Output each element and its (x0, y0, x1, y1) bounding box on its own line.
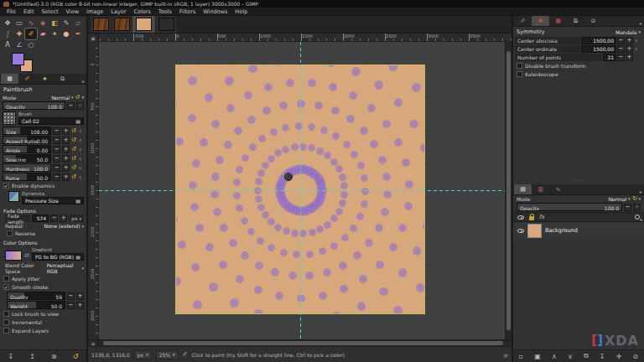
move-tool-icon[interactable]: ✥ (2, 18, 13, 28)
points-increment-button[interactable]: + (626, 54, 633, 61)
rectangle-select-tool-icon[interactable]: ▭ (13, 18, 25, 28)
status-menu-icon[interactable]: ▣ (503, 352, 508, 358)
increment-button[interactable]: + (62, 173, 70, 181)
layer-opacity-slider[interactable]: Opacity 100,0 (517, 203, 622, 211)
dock-resize-handle[interactable]: ··· (513, 178, 644, 184)
layer-list-item[interactable]: Background (513, 222, 644, 239)
chain-link-icon[interactable]: ∞ (634, 38, 640, 44)
brush-thumbnail[interactable] (3, 111, 16, 125)
increment-button[interactable]: + (62, 155, 70, 163)
edit-gradient-icon[interactable]: ▤ (75, 254, 80, 260)
checkbox-icon[interactable] (7, 230, 13, 236)
enable-dynamics-checkbox-row[interactable]: Enable dynamics (0, 182, 86, 189)
lower-layer-button[interactable]: ∨ (568, 353, 573, 360)
dock-tab-menu-icon[interactable]: ◂ (637, 189, 643, 194)
center-ordinate-value[interactable]: 1500,00 (581, 45, 616, 53)
chevron-down-icon[interactable]: ▾ (638, 29, 641, 34)
layer-opacity-increment-button[interactable]: + (633, 204, 641, 211)
center-abscissa-value[interactable]: 1500,00 (581, 37, 616, 44)
slider[interactable]: Aspect Ratio0,00 (3, 136, 51, 144)
checkbox-icon[interactable] (3, 311, 9, 317)
quality-increment-button[interactable]: + (76, 292, 84, 300)
checkbox-icon[interactable] (3, 276, 9, 282)
menu-windows[interactable]: Windows (203, 8, 227, 15)
fade-unit-select[interactable]: px▾ (69, 215, 84, 222)
ordinate-decrement-button[interactable]: − (617, 45, 625, 53)
menu-help[interactable]: Help (235, 8, 247, 15)
merge-down-button[interactable]: ↧ (600, 353, 605, 360)
chevron-down-icon[interactable]: ▾ (81, 95, 84, 100)
duplicate-layer-button[interactable]: ⧉ (584, 352, 589, 360)
pencil-tool-icon[interactable]: ✎ (60, 18, 72, 28)
perspective-tool-icon[interactable]: ▱ (72, 18, 84, 28)
chevron-down-icon[interactable]: ▾ (71, 95, 74, 100)
repeat-select[interactable]: None (extend) (44, 223, 80, 229)
decrement-button[interactable]: − (53, 146, 60, 153)
tab-images[interactable]: ⧉ (567, 16, 584, 26)
chevron-down-icon[interactable]: ▾ (638, 196, 641, 201)
weight-increment-button[interactable]: + (76, 302, 84, 309)
reset-icon[interactable]: ↺ (71, 155, 76, 162)
paintbrush-tool-icon[interactable]: ✐ (25, 28, 37, 39)
slider[interactable]: Hardness100,0 (3, 163, 51, 172)
slider[interactable]: Spacing50,0 (3, 154, 51, 163)
number-of-points-value[interactable]: 31 (603, 54, 616, 61)
abscissa-increment-button[interactable]: + (626, 37, 633, 44)
raise-layer-button[interactable]: ∧ (552, 353, 557, 360)
apply-jitter-checkbox-row[interactable]: Apply Jitter (0, 275, 86, 282)
ordinate-increment-button[interactable]: + (626, 45, 633, 53)
checkbox-icon[interactable] (3, 319, 9, 325)
increment-button[interactable]: + (62, 146, 70, 153)
increment-button[interactable]: + (62, 137, 70, 144)
dock-tab-menu-icon[interactable]: ◂ (80, 78, 86, 84)
layer-opacity-decrement-button[interactable]: − (624, 204, 631, 211)
eraser-tool-icon[interactable]: ▰ (37, 28, 49, 39)
reset-icon[interactable]: ↺ (71, 146, 76, 153)
bucket-fill-tool-icon[interactable]: ◧ (49, 18, 60, 28)
delete-layer-button[interactable]: ⊘ (633, 353, 639, 360)
restore-tool-preset-button[interactable]: ↥ (29, 353, 35, 360)
tab-channels[interactable]: ▥ (532, 184, 549, 194)
ink-tool-icon[interactable]: ✒ (72, 28, 84, 39)
gradient-thumbnail[interactable] (5, 251, 22, 261)
reset-icon[interactable]: ↺ (71, 137, 76, 143)
image-tab-4[interactable] (156, 16, 176, 33)
tab-device-status[interactable]: ✐ (18, 74, 36, 84)
opacity-increment-button[interactable]: + (76, 102, 84, 110)
reset-icon[interactable]: ↺ (71, 164, 76, 171)
anchor-layer-button[interactable]: ✛ (616, 353, 622, 360)
fade-decrement-button[interactable]: − (50, 215, 58, 222)
blend-space-select[interactable]: Perceptual RGB (47, 262, 80, 274)
image-tab-2[interactable] (112, 16, 132, 33)
lock-brush-checkbox-row[interactable]: Lock brush to view (0, 310, 86, 318)
points-decrement-button[interactable]: − (617, 54, 625, 61)
chevron-down-icon[interactable]: ▾ (81, 266, 84, 271)
menu-tools[interactable]: Tools (158, 8, 172, 15)
menu-view[interactable]: View (66, 8, 79, 15)
checkbox-icon[interactable] (517, 71, 522, 77)
ruler-corner-button[interactable]: ▣ (88, 34, 99, 42)
menu-colors[interactable]: Colors (133, 8, 150, 15)
layer-visibility-eye-icon[interactable] (517, 229, 524, 233)
image-tab-1[interactable] (91, 16, 111, 33)
foreground-color-swatch[interactable] (12, 53, 24, 65)
zoom-tool-icon[interactable]: ○ (25, 39, 37, 50)
new-layer-button[interactable]: ▫ (519, 353, 523, 360)
chain-link-icon[interactable]: ∞ (78, 165, 84, 171)
canvas-viewport[interactable] (99, 42, 505, 339)
tab-tool-options[interactable]: ▦ (1, 74, 18, 84)
new-layer-group-button[interactable]: ▣ (534, 353, 541, 360)
search-layers-icon[interactable] (635, 215, 640, 220)
weight-slider[interactable]: Weight 50,0 (7, 301, 65, 309)
swap-gradient-icon[interactable]: ⇄ (24, 252, 29, 261)
decrement-button[interactable]: − (53, 127, 60, 135)
decrement-button[interactable]: − (53, 137, 60, 144)
mode-reset-icon[interactable]: ↺ (75, 94, 80, 101)
menu-file[interactable]: File (7, 8, 16, 15)
chevron-down-icon[interactable]: ▾ (81, 224, 84, 229)
expand-layers-checkbox-row[interactable]: Expand Layers (0, 327, 86, 334)
reset-icon[interactable]: ↺ (71, 173, 76, 180)
smudge-tool-icon[interactable]: ● (60, 28, 72, 39)
save-tool-preset-button[interactable]: ↧ (8, 353, 14, 360)
brush-name-field[interactable]: Cell 02 ▤ (18, 117, 84, 125)
